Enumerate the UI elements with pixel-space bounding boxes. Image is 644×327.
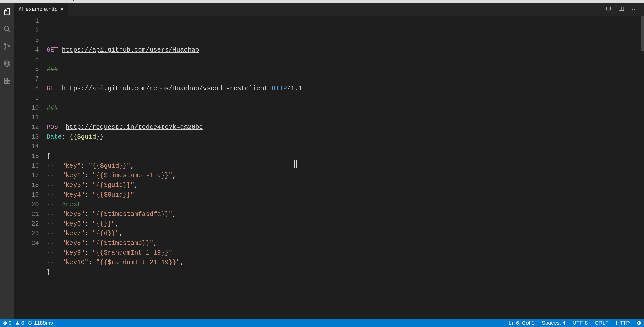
code-line[interactable] bbox=[47, 55, 644, 65]
svg-line-1 bbox=[8, 30, 10, 32]
line-number: 2 bbox=[14, 26, 39, 36]
svg-point-3 bbox=[4, 48, 6, 49]
code-line[interactable]: } bbox=[47, 267, 644, 277]
extensions-icon[interactable] bbox=[3, 76, 12, 85]
more-actions-icon[interactable]: ··· bbox=[631, 5, 638, 13]
errors-item[interactable]: 0 bbox=[3, 320, 12, 326]
file-icon bbox=[19, 7, 23, 11]
code-line[interactable] bbox=[47, 74, 644, 84]
close-icon[interactable]: × bbox=[60, 6, 64, 12]
tab-example-http[interactable]: example.http × bbox=[14, 3, 68, 16]
tab-label: example.http bbox=[26, 6, 58, 12]
line-number: 6 bbox=[14, 65, 39, 74]
line-number: 5 bbox=[14, 55, 39, 65]
tab-bar: example.http × ··· bbox=[14, 3, 644, 16]
line-number: 24 bbox=[14, 239, 39, 248]
line-number: 21 bbox=[14, 210, 39, 219]
timing-value: 1188ms bbox=[34, 320, 53, 326]
code-line[interactable] bbox=[47, 94, 644, 103]
split-editor-icon[interactable] bbox=[619, 6, 624, 12]
code-line[interactable]: { bbox=[47, 152, 644, 161]
line-number: 16 bbox=[14, 161, 39, 171]
text-cursor bbox=[294, 160, 295, 168]
clock-icon bbox=[28, 321, 32, 325]
code-line[interactable]: Date: {{$guid}} bbox=[47, 132, 644, 142]
eol[interactable]: CRLF bbox=[595, 320, 609, 326]
svg-point-19 bbox=[637, 321, 641, 325]
svg-rect-9 bbox=[4, 81, 7, 84]
line-number: 7 bbox=[14, 74, 39, 84]
code-line[interactable]: POST http://requestb.in/tcdce4tc?k=a%20b… bbox=[47, 123, 644, 132]
line-number: 19 bbox=[14, 190, 39, 200]
code-content[interactable]: GET https://api.github.com/users/Huachao… bbox=[47, 16, 644, 319]
search-icon[interactable] bbox=[3, 24, 12, 34]
svg-rect-11 bbox=[7, 78, 10, 81]
indentation[interactable]: Spaces: 4 bbox=[541, 320, 565, 326]
line-number-gutter: 123456789101112131415161718192021222324 bbox=[14, 16, 47, 319]
status-bar: 0 0 1188ms Ln 6, Col 1 Spaces: 4 UTF-8 C… bbox=[0, 319, 644, 327]
line-number: 17 bbox=[14, 171, 39, 181]
svg-rect-8 bbox=[4, 78, 7, 81]
menubar: File Edit View Go Help bbox=[0, 0, 644, 3]
line-number: 15 bbox=[14, 152, 39, 161]
tabbar-actions: ··· bbox=[606, 3, 644, 16]
compare-changes-icon[interactable] bbox=[606, 6, 611, 12]
warnings-count: 0 bbox=[21, 320, 24, 326]
line-number: 18 bbox=[14, 181, 39, 190]
errors-count: 0 bbox=[9, 320, 12, 326]
line-number: 11 bbox=[14, 113, 39, 123]
code-line[interactable]: ····"key3": "{{$guid}}", bbox=[47, 181, 644, 190]
line-number: 4 bbox=[14, 45, 39, 55]
explorer-icon[interactable] bbox=[3, 7, 12, 16]
line-number: 3 bbox=[14, 36, 39, 45]
activity-bar bbox=[0, 3, 14, 319]
encoding[interactable]: UTF-8 bbox=[573, 320, 588, 326]
feedback-icon[interactable] bbox=[637, 321, 641, 325]
debug-icon[interactable] bbox=[3, 59, 12, 68]
svg-point-20 bbox=[638, 322, 639, 323]
svg-rect-10 bbox=[7, 81, 10, 84]
code-line[interactable]: GET https://api.github.com/repos/Huachao… bbox=[47, 84, 644, 94]
line-number: 14 bbox=[14, 142, 39, 152]
code-line[interactable]: ### bbox=[47, 65, 644, 74]
timing-item[interactable]: 1188ms bbox=[28, 320, 53, 326]
language-mode[interactable]: HTTP bbox=[616, 320, 630, 326]
line-number: 13 bbox=[14, 132, 39, 142]
code-line[interactable]: ····"key4": "{{$Guid}}" bbox=[47, 190, 644, 200]
svg-point-21 bbox=[640, 322, 640, 323]
code-line[interactable]: ····"key9": "{{$randomInt 1 19}}" bbox=[47, 248, 644, 258]
line-number: 10 bbox=[14, 103, 39, 113]
code-editor[interactable]: 123456789101112131415161718192021222324 … bbox=[14, 16, 644, 319]
line-number: 22 bbox=[14, 219, 39, 229]
svg-point-0 bbox=[4, 26, 9, 31]
line-number: 8 bbox=[14, 84, 39, 94]
code-line[interactable]: GET https://api.github.com/users/Huachao bbox=[47, 45, 644, 55]
code-line[interactable]: ····#rest bbox=[47, 200, 644, 210]
code-line[interactable]: ····"key": "{{$guid}}", bbox=[47, 161, 644, 171]
code-line[interactable]: ····"key5": "{{$timestamfasdfa}}", bbox=[47, 210, 644, 219]
line-number: 1 bbox=[14, 16, 39, 26]
svg-rect-12 bbox=[607, 7, 610, 10]
svg-point-4 bbox=[8, 46, 10, 47]
code-line[interactable] bbox=[47, 113, 644, 123]
cursor-position[interactable]: Ln 6, Col 1 bbox=[509, 320, 535, 326]
code-line[interactable]: ····"key10": "{{$randomInt 21 19}}", bbox=[47, 258, 644, 267]
code-line[interactable]: ····"key6": "{{}}", bbox=[47, 219, 644, 229]
code-line[interactable]: ····"key8": "{{$timestamp}}", bbox=[47, 239, 644, 248]
source-control-icon[interactable] bbox=[3, 42, 12, 51]
warning-icon bbox=[15, 321, 20, 325]
code-line[interactable]: ····"key7": "{{d}}", bbox=[47, 229, 644, 239]
svg-point-2 bbox=[4, 43, 6, 45]
error-icon bbox=[3, 321, 7, 325]
code-line[interactable] bbox=[47, 142, 644, 152]
line-number: 12 bbox=[14, 123, 39, 132]
editor-area: example.http × ··· 123456789101112131415… bbox=[14, 3, 644, 319]
code-line[interactable]: ### bbox=[47, 103, 644, 113]
line-number: 9 bbox=[14, 94, 39, 103]
warnings-item[interactable]: 0 bbox=[15, 320, 24, 326]
code-line[interactable]: ····"key2": "{{$timestamp -1 d}}", bbox=[47, 171, 644, 181]
line-number: 23 bbox=[14, 229, 39, 239]
line-number: 20 bbox=[14, 200, 39, 210]
